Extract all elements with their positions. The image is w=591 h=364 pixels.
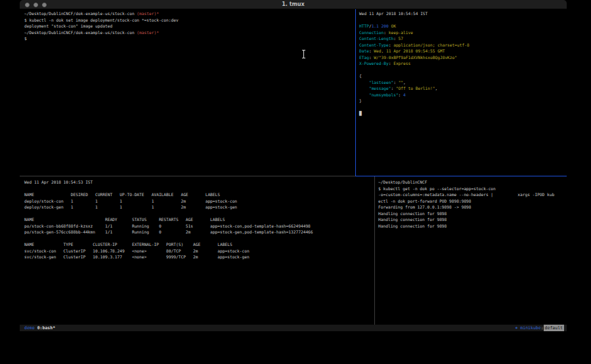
terminal-line: ~/Desktop/DublinCNCF/dok-example-us/stoc… [24, 30, 355, 36]
text-ibeam-pointer-icon [302, 50, 305, 58]
terminal-line: NAME DESIRED CURRENT UP-TO-DATE AVAILABL… [24, 192, 374, 198]
terminal-line: HTTP/1.1 200 OK [359, 23, 567, 30]
pane-http-response-top-right[interactable]: Wed 11 Apr 2018 10:54:54 IST HTTP/1.1 20… [356, 9, 567, 176]
terminal-line: ~/Desktop/DublinCNCF [378, 179, 567, 186]
terminal-line [359, 104, 567, 111]
terminal-line [24, 211, 374, 217]
terminal-line: X-Powered-By: Express [359, 60, 567, 67]
pane-kubectl-watch-bottom-left[interactable]: Wed 11 Apr 2018 10:54:53 IST NAME DESIRE… [20, 176, 374, 325]
window-title: 1. tmux [20, 0, 567, 9]
terminal-line: "message": "Off to Berlin!", [359, 85, 567, 92]
kube-namespace-badge: default [544, 325, 564, 331]
terminal-line [24, 235, 374, 242]
terminal-line: ETag: W/"39-0xBPf9aF1dXVNkhsxoBQgJ8vKzo" [359, 54, 567, 61]
terminal-line: $ kubectl -n dok set image deployment/st… [24, 17, 355, 24]
terminal-line: Handling connection for 9898 [378, 223, 567, 230]
titlebar[interactable]: 1. tmux [20, 0, 567, 9]
terminal-window: 1. tmux ~/Desktop/DublinCNCF/dok-example… [20, 0, 567, 331]
terminal-line: ~/Desktop/DublinCNCF/dok-example-us/stoc… [24, 10, 355, 17]
terminal-line: deploy/stock-con 1 1 1 1 2m app=stock-co… [24, 198, 374, 205]
terminal-line: -o=custom-columns=:metadata.name --no-he… [378, 192, 567, 198]
terminal-line: NAME TYPE CLUSTER-IP EXTERNAL-IP PORT(S)… [24, 241, 374, 248]
terminal-line: po/stock-con-bb68f88fd-kzsxz 1/1 Running… [24, 223, 374, 230]
window-indicator[interactable]: 0:bash* [37, 325, 55, 331]
pane-port-forward-bottom-right[interactable]: ~/Desktop/DublinCNCF$ kubectl get -n dok… [375, 176, 567, 325]
terminal-line: Date: Wed, 11 Apr 2018 09:54:55 GMT [359, 48, 567, 54]
terminal-line: deploy/stock-gen 1 1 1 1 2m app=stock-ge… [24, 204, 374, 211]
tmux-status-bar: demo 0:bash* ⎈ minikube : default [20, 325, 567, 331]
kubernetes-helm-icon: ⎈ [515, 325, 521, 331]
terminal-line: $ [24, 35, 355, 42]
tmux-session-area: ~/Desktop/DublinCNCF/dok-example-us/stoc… [20, 9, 567, 325]
terminal-line: Handling connection for 9898 [378, 216, 567, 223]
terminal-line: Content-Type: application/json; charset=… [359, 42, 567, 49]
terminal-line: svc/stock-con ClusterIP 10.106.78.249 <n… [24, 248, 374, 254]
terminal-line: Wed 11 Apr 2018 10:54:53 IST [24, 179, 374, 186]
terminal-line: █ [359, 110, 567, 117]
terminal-line: deployment "stock-con" image updated [24, 23, 355, 30]
terminal-line [359, 67, 567, 73]
terminal-line: po/stock-gen-576cc688bb-44kmn 1/1 Runnin… [24, 229, 374, 235]
terminal-line: { [359, 73, 567, 79]
terminal-line [359, 17, 567, 24]
kube-context: minikube [520, 325, 540, 331]
terminal-line: Connection: keep-alive [359, 30, 567, 36]
terminal-line [24, 186, 374, 192]
terminal-line: Handling connection for 9898 [378, 211, 567, 217]
terminal-line: svc/stock-gen ClusterIP 10.109.3.177 <no… [24, 254, 374, 260]
session-name: demo [24, 325, 35, 331]
terminal-line: ectl -n dok port-forward POD 9898:9898 [378, 198, 567, 205]
terminal-line: $ kubectl get -n dok po --selector=app=s… [378, 186, 567, 192]
terminal-line: Wed 11 Apr 2018 10:54:54 IST [359, 10, 567, 17]
terminal-line: Forwarding from 127.0.0.1:9898 -> 9898 [378, 204, 567, 211]
desktop: 1. tmux ~/Desktop/DublinCNCF/dok-example… [0, 0, 591, 364]
terminal-line: } [359, 98, 567, 104]
terminal-line: Content-Length: 57 [359, 35, 567, 42]
pane-shell-top-left[interactable]: ~/Desktop/DublinCNCF/dok-example-us/stoc… [20, 9, 355, 176]
terminal-line: "lastseen": "", [359, 79, 567, 86]
terminal-line: "numsymbols": 4 [359, 92, 567, 98]
terminal-line: NAME READY STATUS RESTARTS AGE LABELS [24, 216, 374, 223]
